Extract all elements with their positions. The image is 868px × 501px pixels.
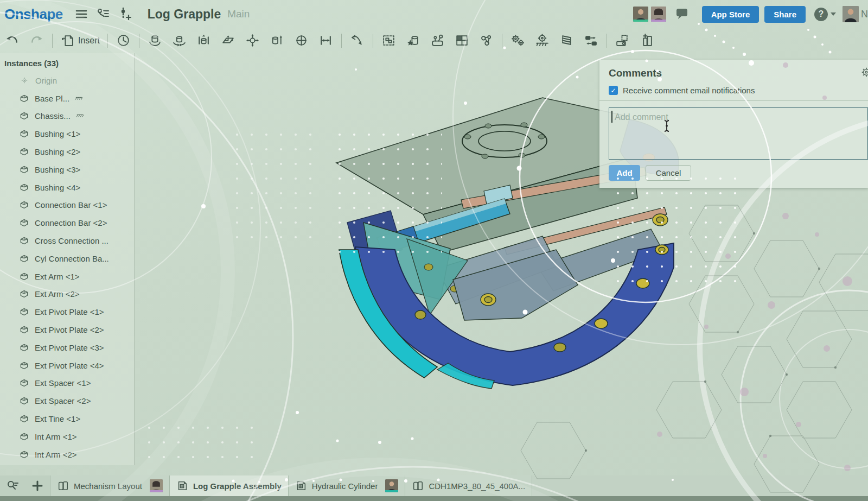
instances-header[interactable]: Instances (33) (4, 59, 134, 68)
part-icon (18, 288, 30, 300)
part-icon (18, 413, 30, 424)
instance-row[interactable]: Base Pl... (4, 90, 134, 107)
toolbar-separator (502, 34, 502, 48)
presence-indicator-purple (651, 20, 666, 22)
instance-label: Ext Pivot Plate <2> (35, 325, 104, 334)
instance-row[interactable]: Int Arm <2> (4, 446, 134, 464)
planar-mate-icon[interactable] (221, 33, 235, 48)
versions-icon[interactable] (96, 7, 110, 21)
slider-mate-icon[interactable] (196, 33, 211, 48)
instance-label: Base Pl... (35, 94, 69, 103)
collaborator-avatar-2[interactable] (651, 7, 666, 22)
add-comment-input[interactable] (609, 107, 868, 160)
new-tab-button[interactable] (25, 475, 50, 496)
rack-pinion-relation-icon[interactable] (535, 33, 550, 48)
instance-row[interactable]: Ext Spacer <2> (4, 392, 134, 410)
part-icon (18, 395, 30, 407)
instance-row[interactable]: Cross Connection ... (4, 232, 134, 250)
instance-row[interactable]: Ext Pivot Plate <2> (4, 321, 134, 339)
cancel-comment-button[interactable]: Cancel (646, 165, 691, 181)
instance-row[interactable]: Ext Pivot Plate <1> (4, 303, 134, 321)
revolute-mate-icon[interactable] (172, 33, 187, 48)
help-menu[interactable]: ? (814, 8, 836, 21)
select-group-icon[interactable] (381, 33, 396, 48)
redo-icon[interactable] (29, 33, 44, 48)
tab-hydraulic-cylinder[interactable]: Hydraulic Cylinder (288, 475, 405, 496)
mechanism-icon[interactable] (479, 33, 494, 48)
instance-row[interactable]: Int Arm <1> (4, 428, 134, 446)
chevron-down-icon (831, 12, 836, 16)
history-icon[interactable] (116, 33, 131, 48)
cylindrical-mate-icon[interactable] (270, 33, 284, 48)
gear-relation-icon[interactable] (510, 33, 525, 48)
share-button[interactable]: Share (764, 6, 806, 23)
tab-log-grapple-assembly[interactable]: Log Grapple Assembly (169, 475, 288, 496)
part-icon (18, 342, 30, 353)
configurations-icon[interactable] (455, 33, 469, 48)
belt-relation-icon[interactable] (584, 33, 598, 48)
fixed-icon (75, 111, 85, 121)
instance-row[interactable]: Connection Bar <2> (4, 214, 134, 232)
comments-bubble-icon[interactable] (675, 7, 689, 21)
comments-settings-gear-icon[interactable] (860, 66, 868, 78)
tab-label: Hydraulic Cylinder (312, 481, 378, 491)
email-notifications-checkbox[interactable]: ✓ (609, 86, 618, 95)
instance-row[interactable]: Bushing <3> (4, 161, 134, 179)
instance-label: Bushing <3> (35, 165, 80, 174)
pin-slot-mate-icon[interactable] (294, 33, 309, 48)
workspace-label[interactable]: Main (227, 8, 250, 20)
toolbar-separator (373, 34, 373, 48)
add-comment-button[interactable]: Add (609, 165, 640, 181)
assembly-toolbar: Insert (0, 28, 868, 53)
comments-title: Comments (609, 67, 868, 79)
tab-label: CDH1MP3_80_45_400A... (429, 481, 525, 491)
instance-label: Ext Pivot Plate <4> (35, 361, 104, 370)
instance-row-origin[interactable]: Origin (4, 72, 134, 90)
instance-label: Ext Arm <2> (35, 289, 80, 299)
instance-row[interactable]: Ext Tine <1> (4, 410, 134, 428)
app-store-button[interactable]: App Store (702, 6, 760, 23)
instance-row[interactable]: Ext Pivot Plate <3> (4, 339, 134, 357)
create-drawing-icon[interactable] (640, 33, 654, 48)
parallel-mate-icon[interactable] (318, 33, 333, 48)
collaborator-avatar-1[interactable] (633, 7, 648, 22)
feature-icon[interactable] (406, 33, 420, 48)
exploded-view-icon[interactable] (615, 33, 630, 48)
insert-new-item-icon[interactable] (118, 7, 132, 21)
fastened-mate-icon[interactable] (148, 33, 162, 48)
help-icon[interactable]: ? (814, 8, 828, 21)
instance-row[interactable]: Ext Pivot Plate <4> (4, 357, 134, 375)
tab-cdh1mp3[interactable]: CDH1MP3_80_45_400A... (405, 475, 532, 496)
named-positions-icon[interactable] (430, 33, 445, 48)
ball-mate-icon[interactable] (245, 33, 260, 48)
toolbar-separator (607, 34, 607, 48)
mate-connector-icon[interactable] (350, 33, 365, 48)
instance-row[interactable]: Ext Arm <1> (4, 268, 134, 286)
insert-label[interactable]: Insert (78, 36, 100, 46)
instance-label: Ext Pivot Plate <3> (35, 343, 104, 352)
instance-row[interactable]: Bushing <2> (4, 143, 134, 161)
email-notifications-label[interactable]: Receive comment email notifications (623, 86, 755, 95)
instances-panel: Instances (33) Origin Base Pl... Chassis… (0, 53, 135, 465)
current-user-avatar[interactable] (843, 6, 859, 22)
screw-relation-icon[interactable] (559, 33, 574, 48)
search-tabs-button[interactable] (0, 475, 25, 496)
instance-row[interactable]: Ext Spacer <1> (4, 375, 134, 392)
part-icon (18, 217, 30, 229)
instance-row[interactable]: Bushing <4> (4, 179, 134, 196)
part-icon (18, 431, 30, 442)
document-tab-bar: Mechanism Layout Log Grapple Assembly Hy… (0, 475, 868, 501)
tab-label: Mechanism Layout (74, 481, 142, 491)
instance-row[interactable]: Bushing <1> (4, 125, 134, 143)
main-menu-icon[interactable] (74, 7, 88, 21)
instance-row[interactable]: Connection Bar <1> (4, 196, 134, 214)
insert-icon[interactable] (61, 33, 75, 48)
undo-icon[interactable] (5, 33, 20, 48)
instance-row[interactable]: Chassis... (4, 107, 134, 125)
tab-mechanism-layout[interactable]: Mechanism Layout (50, 475, 169, 496)
onshape-logo[interactable]: Onshape (4, 6, 63, 23)
tab-bar-bottom-strip (0, 496, 868, 501)
instance-row[interactable]: Ext Arm <2> (4, 286, 134, 303)
instance-label: Ext Spacer <2> (35, 396, 91, 405)
instance-row[interactable]: Cyl Connection Ba... (4, 250, 134, 268)
